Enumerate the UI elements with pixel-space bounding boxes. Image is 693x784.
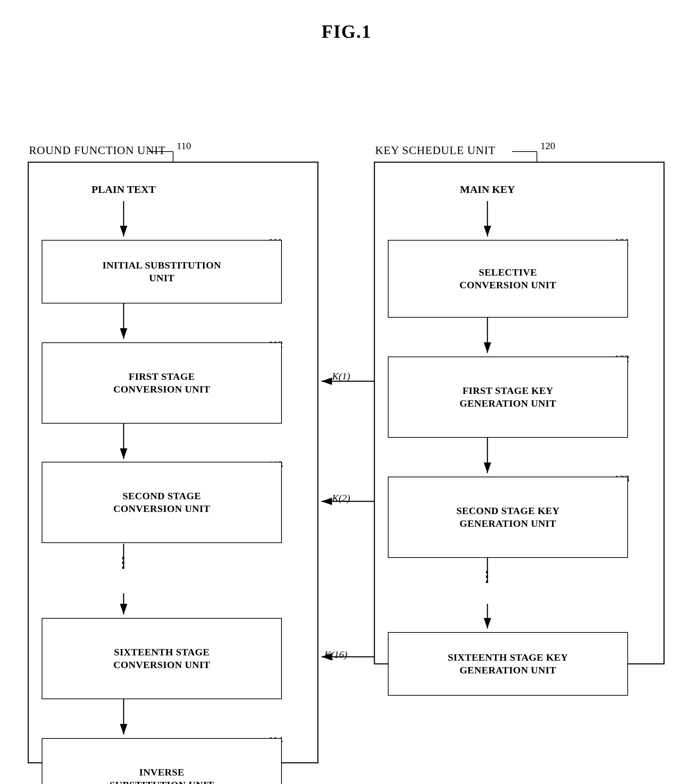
ref-120: 120	[540, 140, 555, 152]
key-schedule-unit-label: KEY SCHEDULE UNIT	[375, 144, 495, 157]
main-key-label: MAIN KEY	[435, 183, 540, 195]
k1-label: K(1)	[332, 371, 350, 382]
dots-left: ⋮	[110, 554, 138, 571]
k16-label: K(16)	[324, 649, 347, 660]
inverse-substitution-unit: INVERSESUBSTITUTION UNIT	[42, 738, 282, 784]
second-stage-key-gen-unit: SECOND STAGE KEYGENERATION UNIT	[388, 477, 628, 558]
sixteenth-stage-conversion-unit-text: SIXTEENTH STAGECONVERSION UNIT	[114, 646, 210, 672]
plain-text-label: PLAIN TEXT	[71, 183, 176, 195]
initial-substitution-unit: INITIAL SUBSTITUTIONUNIT	[42, 240, 282, 303]
initial-substitution-unit-text: INITIAL SUBSTITUTIONUNIT	[102, 259, 221, 285]
sixteenth-stage-key-gen-unit: SIXTEENTH STAGE KEYGENERATION UNIT	[388, 632, 628, 696]
dots-right: ⋮	[473, 568, 502, 585]
second-stage-key-gen-unit-text: SECOND STAGE KEYGENERATION UNIT	[456, 504, 560, 530]
first-stage-conversion-unit: FIRST STAGECONVERSION UNIT	[42, 343, 282, 423]
first-stage-key-gen-unit-text: FIRST STAGE KEYGENERATION UNIT	[459, 384, 556, 410]
page-title: FIG.1	[0, 0, 693, 42]
k2-label: K(2)	[332, 492, 350, 504]
round-function-unit-label: ROUND FUNCTION UNIT	[29, 144, 166, 157]
second-stage-conversion-unit-text: SECOND STAGECONVERSION UNIT	[114, 490, 210, 516]
inverse-substitution-unit-text: INVERSESUBSTITUTION UNIT	[110, 766, 214, 784]
first-stage-key-gen-unit: FIRST STAGE KEYGENERATION UNIT	[388, 356, 628, 438]
ref-110: 110	[176, 140, 191, 152]
sixteenth-stage-key-gen-unit-text: SIXTEENTH STAGE KEYGENERATION UNIT	[448, 651, 568, 677]
selective-conversion-unit: SELECTIVECONVERSION UNIT	[388, 240, 628, 318]
first-stage-conversion-unit-text: FIRST STAGECONVERSION UNIT	[114, 370, 210, 396]
second-stage-conversion-unit: SECOND STAGECONVERSION UNIT	[42, 462, 282, 543]
selective-conversion-unit-text: SELECTIVECONVERSION UNIT	[459, 266, 556, 292]
sixteenth-stage-conversion-unit: SIXTEENTH STAGECONVERSION UNIT	[42, 618, 282, 699]
